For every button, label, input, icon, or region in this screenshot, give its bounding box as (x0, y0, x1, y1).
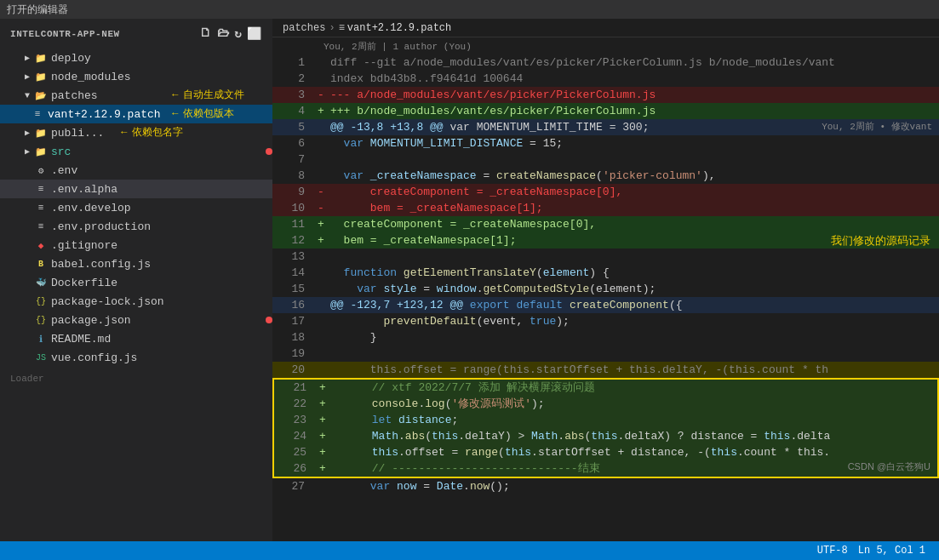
code-line: 11 + createComponent = _createNamespace[… (272, 216, 939, 232)
line-content: +++ b/node_modules/vant/es/picker/Picker… (327, 103, 939, 119)
code-line: 15 var style = window.getComputedStyle(e… (272, 281, 939, 297)
line-prefix: + (315, 232, 327, 249)
refresh-icon[interactable]: ↻ (234, 26, 242, 41)
git-info-text: You, 2周前 | 1 author (You) (323, 40, 472, 53)
code-line: 13 (272, 249, 939, 265)
sidebar-item-public[interactable]: ▶ 📁 publi... (0, 123, 272, 142)
line-number: 18 (272, 329, 315, 346)
breadcrumb-folder: patches (283, 22, 325, 34)
code-line: 19 (272, 346, 939, 362)
line-prefix: + (317, 396, 329, 412)
code-line: 4 + +++ b/node_modules/vant/es/picker/Pi… (272, 103, 939, 119)
code-line: 3 - --- a/node_modules/vant/es/picker/Pi… (272, 87, 939, 103)
line-number: 21 (274, 380, 317, 396)
line-number: 27 (272, 478, 315, 494)
line-number: 5 (272, 119, 315, 135)
file-icon: ≡ (34, 201, 48, 214)
sidebar-title: INTELCONTR-APP-NEW (10, 29, 120, 39)
chevron-right-icon: ▶ (20, 70, 34, 83)
line-prefix: + (317, 444, 329, 460)
sidebar-item-label: vue.config.js (51, 351, 272, 364)
line-content: var now = Date.now(); (327, 478, 939, 494)
vue-icon: JS (34, 351, 48, 364)
code-line: 6 var MOMENTUM_LIMIT_DISTANCE = 15; (272, 135, 939, 151)
sidebar-item-label: deploy (51, 52, 272, 65)
line-number: 26 (274, 460, 317, 477)
modified-dot (266, 148, 272, 155)
new-folder-icon[interactable]: 🗁 (217, 26, 230, 41)
sidebar-item-dockerfile[interactable]: ▶ 🐳 Dockerfile (0, 273, 272, 292)
line-number: 17 (272, 313, 315, 329)
code-line: 24 + Math.abs(this.deltaY) > Math.abs(th… (274, 428, 937, 444)
code-line: 2 index bdb43b8..f94641d 100644 (272, 71, 939, 87)
sidebar-item-readme[interactable]: ▶ ℹ README.md (0, 329, 272, 348)
line-number: 3 (272, 87, 315, 103)
sidebar-header-actions: 🗋 🗁 ↻ ⬜ (199, 26, 262, 41)
code-line: 14 function getElementTranslateY(element… (272, 265, 939, 281)
sidebar-item-package-lock[interactable]: ▶ {} package-lock.json (0, 292, 272, 311)
sidebar-item-label: node_modules (51, 71, 272, 83)
folder-open-icon: 📂 (34, 89, 48, 102)
line-content: let distance; (329, 412, 937, 428)
sidebar-item-vue-config[interactable]: ▶ JS vue.config.js (0, 348, 272, 367)
main-area: INTELCONTR-APP-NEW 🗋 🗁 ↻ ⬜ ▶ 📁 deploy ▶ … (0, 19, 939, 541)
sidebar-item-babel[interactable]: ▶ B babel.config.js (0, 254, 272, 273)
sidebar-item-src[interactable]: ▶ 📁 src (0, 142, 272, 161)
sidebar-item-label: Dockerfile (51, 277, 272, 289)
sidebar-item-env-alpha[interactable]: ▶ ≡ .env.alpha (0, 180, 272, 198)
sidebar-item-env[interactable]: ▶ ⚙ .env (0, 161, 272, 180)
code-line: 20 this.offset = range(this.startOffset … (272, 362, 939, 378)
code-line: 9 - createComponent = _createNamespace[0… (272, 184, 939, 200)
sidebar-item-package[interactable]: ▶ {} package.json (0, 311, 272, 329)
sidebar-item-deploy[interactable]: ▶ 📁 deploy (0, 49, 272, 67)
sidebar-item-env-develop[interactable]: ▶ ≡ .env.develop (0, 198, 272, 217)
code-line: 5 @@ -13,8 +13,8 @@ var MOMENTUM_LIMIT_T… (272, 119, 939, 135)
sidebar-item-gitignore[interactable]: ▶ ◆ .gitignore (0, 236, 272, 254)
sidebar-item-node-modules[interactable]: ▶ 📁 node_modules (0, 67, 272, 86)
line-number: 19 (272, 346, 315, 362)
breadcrumb-file-icon: ≡ (339, 22, 345, 34)
sidebar-item-label: patches (51, 89, 272, 102)
source-annotation: 我们修改的源码记录 (831, 232, 939, 249)
loader-label: Loader (0, 367, 272, 391)
sidebar-item-label: .env.alpha (51, 183, 272, 196)
line-prefix: + (317, 380, 329, 396)
file-icon: ≡ (34, 182, 48, 196)
status-encoding[interactable]: UTF-8 (812, 545, 853, 557)
line-number: 22 (274, 396, 317, 412)
line-content: var style = window.getComputedStyle(elem… (327, 281, 939, 297)
line-content: bem = _createNamespace[1]; (327, 200, 939, 216)
line-content: this.offset = range(this.startOffset + d… (329, 444, 937, 460)
line-content: } (327, 329, 939, 346)
code-line: 21 + // xtf 2022/7/7 添加 解决横屏滚动问题 (274, 380, 937, 396)
patch-file-icon: ≡ (31, 107, 44, 121)
line-content: console.log('修改源码测试'); (329, 396, 937, 412)
code-line: 23 + let distance; (274, 412, 937, 428)
line-number: 7 (272, 151, 315, 168)
new-file-icon[interactable]: 🗋 (199, 26, 212, 41)
line-number: 11 (272, 216, 315, 232)
sidebar-item-label: .gitignore (51, 239, 272, 252)
added-code-block: 21 + // xtf 2022/7/7 添加 解决横屏滚动问题 22 + co… (272, 378, 939, 478)
code-line: 17 preventDefault(event, true); (272, 313, 939, 329)
sidebar-item-patches[interactable]: ▼ 📂 patches (0, 86, 272, 105)
public-row-container: ▶ 📁 publi... ← 依赖包名字 (0, 123, 272, 142)
code-line: 7 (272, 151, 939, 168)
line-content: Math.abs(this.deltaY) > Math.abs(this.de… (329, 428, 937, 444)
sidebar-item-env-production[interactable]: ▶ ≡ .env.production (0, 217, 272, 236)
code-line: 10 - bem = _createNamespace[1]; (272, 200, 939, 216)
code-line: 1 diff --git a/node_modules/vant/es/pick… (272, 54, 939, 71)
line-number: 12 (272, 232, 315, 249)
sidebar: INTELCONTR-APP-NEW 🗋 🗁 ↻ ⬜ ▶ 📁 deploy ▶ … (0, 19, 272, 541)
collapse-icon[interactable]: ⬜ (247, 26, 262, 41)
line-number: 10 (272, 200, 315, 216)
line-number: 4 (272, 103, 315, 119)
line-number: 9 (272, 184, 315, 200)
status-line[interactable]: Ln 5, Col 1 (853, 545, 930, 557)
sidebar-item-vant-patch[interactable]: ≡ vant+2.12.9.patch (0, 105, 272, 123)
line-prefix: + (317, 428, 329, 444)
code-editor[interactable]: 1 diff --git a/node_modules/vant/es/pick… (272, 54, 939, 541)
git-info-bar: You, 2周前 | 1 author (You) (272, 37, 939, 54)
code-line: 16 @@ -123,7 +123,12 @@ export default c… (272, 297, 939, 313)
chevron-right-icon: ▶ (20, 145, 34, 158)
